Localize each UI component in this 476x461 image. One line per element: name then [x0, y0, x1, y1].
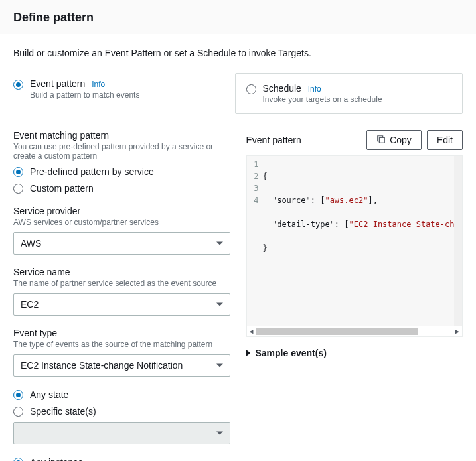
matching-title: Event matching pattern	[13, 130, 230, 141]
copy-label: Copy	[390, 135, 412, 145]
service-name-sub: The name of partner service selected as …	[13, 279, 230, 288]
pattern-title: Event pattern	[246, 135, 301, 145]
service-provider-select[interactable]: AWS	[13, 232, 230, 255]
chevron-down-icon	[216, 364, 223, 367]
pattern-code-panel: 1 2 3 4 { "source": ["aws.ec2"], "detail…	[246, 155, 463, 326]
any-instance-option[interactable]: Any instance	[13, 456, 230, 461]
service-provider-sub: AWS services or custom/partner services	[13, 218, 230, 227]
event-pattern-label: Event pattern	[30, 78, 85, 89]
copy-icon	[376, 135, 386, 146]
event-type-select[interactable]: EC2 Instance State-change Notification	[13, 354, 230, 377]
event-type-value: EC2 Instance State-change Notification	[21, 360, 183, 371]
any-state-label: Any state	[30, 389, 68, 400]
service-provider-value: AWS	[21, 238, 41, 249]
service-name-select[interactable]: EC2	[13, 293, 230, 316]
chevron-down-icon	[216, 242, 223, 245]
schedule-label: Schedule	[263, 83, 301, 94]
scroll-thumb[interactable]	[256, 328, 418, 335]
code-gutter: 1 2 3 4	[247, 159, 263, 323]
schedule-option[interactable]: Schedule Info Invoke your targets on a s…	[235, 73, 463, 114]
event-pattern-radio[interactable]	[13, 80, 23, 90]
service-name-value: EC2	[21, 299, 39, 310]
service-name-field: Service name The name of partner service…	[13, 267, 230, 316]
event-type-sub: The type of events as the source of the …	[13, 340, 230, 349]
sample-events-label: Sample event(s)	[256, 348, 327, 358]
intro-text: Build or customize an Event Pattern or s…	[13, 48, 463, 58]
any-instance-label: Any instance	[30, 457, 83, 462]
copy-button[interactable]: Copy	[366, 130, 422, 150]
vertical-scrollbar[interactable]	[454, 156, 462, 326]
matching-pattern-group: Event matching pattern You can use pre-d…	[13, 130, 230, 194]
event-pattern-option[interactable]: Event pattern Info Build a pattern to ma…	[13, 73, 222, 114]
instance-filter-group: Any instance Specific instance Id(s)	[13, 456, 230, 461]
triangle-right-icon	[246, 350, 250, 356]
chevron-down-icon	[216, 432, 223, 435]
svg-rect-0	[380, 137, 385, 143]
service-provider-title: Service provider	[13, 206, 230, 216]
custom-option[interactable]: Custom pattern	[13, 182, 230, 194]
chevron-down-icon	[216, 303, 223, 306]
horizontal-scrollbar[interactable]: ◄ ►	[246, 326, 463, 337]
specific-state-select	[13, 422, 230, 444]
state-filter-group: Any state Specific state(s)	[13, 389, 230, 444]
custom-label: Custom pattern	[30, 183, 94, 194]
event-type-field: Event type The type of events as the sou…	[13, 328, 230, 377]
schedule-sub: Invoke your targets on a schedule	[263, 95, 382, 104]
predefined-radio[interactable]	[13, 167, 23, 177]
schedule-radio[interactable]	[246, 84, 256, 94]
event-pattern-sub: Build a pattern to match events	[30, 90, 139, 99]
page-title: Define pattern	[13, 11, 463, 25]
sample-events-expander[interactable]: Sample event(s)	[246, 348, 463, 358]
custom-radio[interactable]	[13, 184, 23, 194]
specific-state-radio[interactable]	[13, 407, 23, 417]
scroll-right-icon[interactable]: ►	[453, 328, 462, 335]
any-instance-radio[interactable]	[13, 458, 23, 461]
edit-button[interactable]: Edit	[427, 130, 463, 150]
any-state-radio[interactable]	[13, 390, 23, 400]
page-header: Define pattern	[0, 0, 476, 34]
specific-state-option[interactable]: Specific state(s)	[13, 405, 230, 417]
code-content[interactable]: { "source": ["aws.ec2"], "detail-type": …	[263, 159, 463, 323]
event-pattern-info-link[interactable]: Info	[92, 80, 105, 89]
any-state-option[interactable]: Any state	[13, 389, 230, 400]
edit-label: Edit	[437, 135, 453, 145]
event-type-title: Event type	[13, 328, 230, 338]
service-provider-field: Service provider AWS services or custom/…	[13, 206, 230, 255]
pattern-header: Event pattern Copy Edit	[246, 130, 463, 150]
service-name-title: Service name	[13, 267, 230, 277]
matching-sub: You can use pre-defined pattern provided…	[13, 142, 230, 161]
content-area: Build or customize an Event Pattern or s…	[0, 34, 476, 461]
predefined-label: Pre-defined pattern by service	[30, 166, 154, 177]
specific-state-label: Specific state(s)	[30, 406, 96, 417]
schedule-info-link[interactable]: Info	[308, 84, 321, 94]
scroll-left-icon[interactable]: ◄	[247, 328, 256, 335]
rule-type-choice: Event pattern Info Build a pattern to ma…	[13, 73, 463, 114]
predefined-option[interactable]: Pre-defined pattern by service	[13, 166, 230, 177]
